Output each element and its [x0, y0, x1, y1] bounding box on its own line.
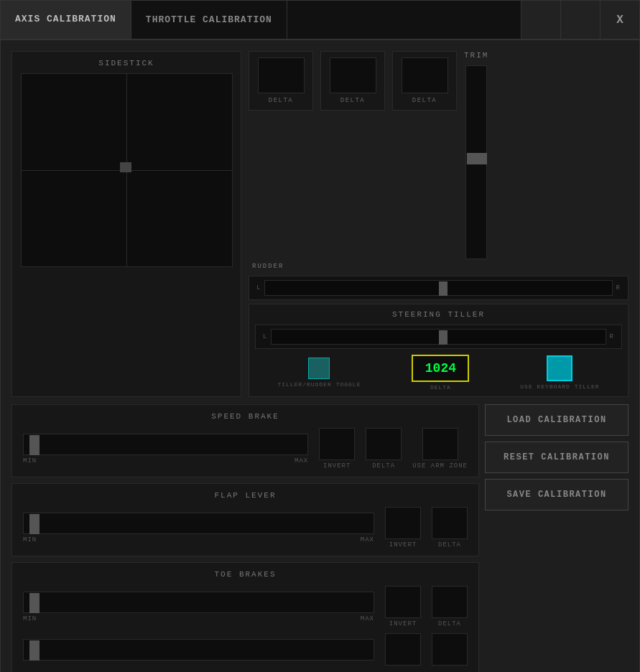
- left-panels: SPEED BRAKE MIN MAX: [11, 404, 479, 672]
- trim-delta-control: [402, 57, 448, 93]
- flap-lever-track[interactable]: [23, 513, 374, 534]
- toe-second-delta-display: [432, 633, 468, 666]
- toe-second-slider: [23, 639, 374, 661]
- tiller-slider-row: L R: [255, 325, 622, 349]
- trim-thumb: [467, 153, 487, 164]
- toe-delta-label: DELTA: [438, 620, 461, 627]
- flap-lever-controls: MIN MAX INVERT DELTA: [23, 507, 468, 549]
- reset-calibration-button[interactable]: RESET CALIBRATION: [485, 442, 629, 473]
- flap-lever-panel: FLAP LEVER MIN MAX: [11, 483, 479, 556]
- main-window: AXIS CALIBRATION THROTTLE CALIBRATION X …: [0, 0, 640, 672]
- load-calibration-button[interactable]: LOAD CALIBRATION: [485, 404, 629, 436]
- steering-tiller-section: STEERING TILLER L R TILLER/RUDDER TO: [249, 304, 629, 397]
- toe-brakes-thumb: [29, 593, 40, 613]
- flap-delta-label: DELTA: [438, 541, 461, 549]
- tiller-controls: TILLER/RUDDER TOGGLE 1024 DELTA USE KEYB…: [255, 355, 622, 391]
- toe-brakes-panel: TOE BRAKES MIN MAX: [11, 562, 479, 672]
- speed-brake-track[interactable]: [23, 434, 308, 455]
- toe-invert-label: INVERT: [389, 620, 417, 627]
- rudder-delta-control: [330, 57, 376, 93]
- tiller-delta-item: 1024 DELTA: [412, 355, 469, 391]
- speed-brake-slider-area: MIN MAX: [23, 434, 308, 465]
- top-section: SIDESTICK DELTA: [11, 51, 629, 397]
- flap-lever-thumb: [29, 514, 40, 534]
- left-label: L: [256, 284, 261, 291]
- toe-brakes-minmax: MIN MAX: [23, 615, 374, 622]
- toe-delta-box: DELTA: [432, 586, 468, 627]
- tab-axis[interactable]: AXIS CALIBRATION: [1, 1, 131, 39]
- close-button[interactable]: X: [600, 1, 639, 39]
- sidestick-delta-control: [258, 57, 305, 93]
- content-area: SIDESTICK DELTA: [1, 40, 639, 672]
- keyboard-tiller-btn[interactable]: [547, 355, 572, 381]
- toe-brakes-slider-area: MIN MAX: [23, 592, 374, 622]
- tab-throttle[interactable]: THROTTLE CALIBRATION: [131, 1, 287, 39]
- sidestick-position-dot: [120, 162, 131, 172]
- rudder-labels-row: RUDDER: [249, 263, 629, 270]
- tiller-left-label: L: [263, 333, 267, 340]
- speed-brake-title: SPEED BRAKE: [23, 412, 468, 421]
- toe-second-thumb: [29, 640, 40, 661]
- speed-brake-invert-box: INVERT: [319, 428, 355, 470]
- tiller-slider-track[interactable]: [271, 329, 606, 345]
- sidestick-area: [21, 73, 233, 267]
- right-label: R: [616, 284, 621, 291]
- calibration-buttons: LOAD CALIBRATION RESET CALIBRATION SAVE …: [485, 404, 629, 672]
- tab-extra-btn-1[interactable]: [521, 1, 560, 39]
- tiller-label: STEERING TILLER: [255, 310, 622, 319]
- rudder-trim-row: DELTA DELTA DELTA TRIM: [249, 51, 629, 259]
- toe-second-track[interactable]: [23, 639, 374, 661]
- speed-brake-minmax: MIN MAX: [23, 457, 308, 465]
- keyboard-tiller-item: USE KEYBOARD TILLER: [520, 355, 599, 390]
- toe-brakes-title: TOE BRAKES: [23, 570, 468, 579]
- sidestick-label: SIDESTICK: [19, 59, 233, 67]
- save-calibration-button[interactable]: SAVE CALIBRATION: [485, 479, 629, 510]
- flap-invert-btn[interactable]: [385, 507, 421, 539]
- sidestick-delta-label: DELTA: [255, 97, 307, 104]
- lr-slider-thumb: [439, 281, 447, 296]
- toe-brakes-track[interactable]: [23, 592, 374, 613]
- toe-brakes-extra: INVERT DELTA: [385, 586, 468, 627]
- toe-invert-box: INVERT: [385, 586, 421, 627]
- toe-second-delta-box: [432, 633, 468, 666]
- lr-slider-row: L R: [249, 276, 629, 300]
- lr-slider-track[interactable]: [264, 280, 612, 296]
- tab-extra-btn-2[interactable]: [560, 1, 600, 39]
- toe-invert-btn[interactable]: [385, 586, 421, 618]
- speed-brake-arm-label: USE ARM ZONE: [412, 462, 468, 470]
- toe-brakes-controls: MIN MAX INVERT DELTA: [23, 586, 468, 627]
- trim-vertical-area: TRIM: [464, 51, 488, 259]
- tiller-right-label: R: [610, 333, 614, 340]
- rudder-label: RUDDER: [252, 263, 629, 270]
- flap-delta-box: DELTA: [432, 507, 468, 549]
- tab-bar: AXIS CALIBRATION THROTTLE CALIBRATION X: [1, 1, 639, 40]
- speed-brake-invert-btn[interactable]: [319, 428, 355, 460]
- trim-delta-label: DELTA: [399, 97, 450, 104]
- trim-vertical-slider[interactable]: [465, 65, 487, 259]
- bottom-row: SPEED BRAKE MIN MAX: [11, 404, 629, 672]
- speed-brake-thumb: [29, 435, 40, 455]
- trim-box: DELTA: [392, 51, 457, 111]
- tiller-slider-thumb: [439, 330, 447, 345]
- speed-brake-invert-label: INVERT: [323, 462, 351, 470]
- flap-lever-title: FLAP LEVER: [23, 491, 468, 500]
- toe-second-invert-btn[interactable]: [385, 633, 421, 666]
- speed-brake-delta-box: DELTA: [366, 428, 402, 470]
- sidestick-panel: SIDESTICK: [11, 51, 241, 397]
- speed-brake-delta-label: DELTA: [372, 462, 395, 470]
- tiller-toggle-item: TILLER/RUDDER TOGGLE: [277, 358, 361, 388]
- rudder-delta-label: DELTA: [327, 97, 379, 104]
- toe-second-invert-box: [385, 633, 421, 666]
- tiller-delta-label: DELTA: [430, 384, 451, 391]
- trim-label: TRIM: [464, 51, 488, 60]
- tiller-toggle-btn[interactable]: [308, 358, 330, 379]
- speed-brake-controls: MIN MAX INVERT DELTA: [23, 428, 468, 470]
- toe-delta-display: [432, 586, 468, 618]
- flap-invert-label: INVERT: [389, 541, 417, 549]
- speed-brake-arm-box: USE ARM ZONE: [412, 428, 468, 470]
- right-panel: DELTA DELTA DELTA TRIM: [249, 51, 629, 397]
- speed-brake-panel: SPEED BRAKE MIN MAX: [11, 404, 479, 477]
- speed-brake-arm-btn[interactable]: [422, 428, 458, 460]
- flap-lever-extra: INVERT DELTA: [385, 507, 468, 549]
- keyboard-tiller-label: USE KEYBOARD TILLER: [520, 383, 599, 390]
